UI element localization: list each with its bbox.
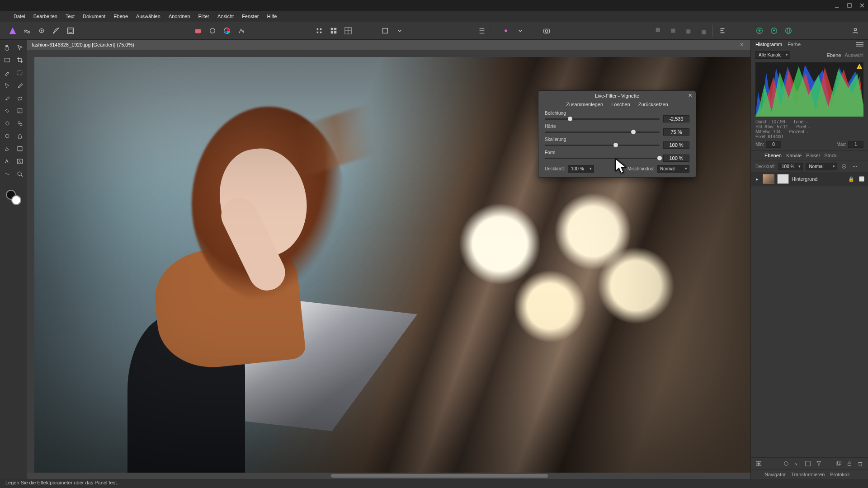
layer-blend-dropdown[interactable]: Normal [806,163,837,170]
lock-all-icon[interactable] [845,460,854,468]
tab-stock[interactable]: Stock [824,153,837,158]
snap-icon[interactable] [500,24,512,37]
sync-up-icon[interactable] [768,24,780,37]
blur-tool-icon[interactable] [15,131,25,141]
zoom-tool-icon[interactable] [15,169,25,179]
tab-close-icon[interactable]: × [740,42,743,48]
view-tool-icon[interactable] [2,55,12,65]
color-wheel-icon[interactable] [221,24,233,37]
flood-select-icon[interactable] [2,80,12,90]
tab-log[interactable]: Protokoll [830,472,849,477]
hand-tool-icon[interactable] [2,42,12,52]
document-tab[interactable]: fashion-6146328_1920.jpg [Geändert] (75.… [32,42,134,47]
persona-liquify-icon[interactable] [21,24,33,37]
delete-layer-icon[interactable] [856,460,864,468]
chevron-down-icon[interactable] [514,24,527,37]
paintbrush-icon[interactable] [2,93,12,103]
panel-menu-icon[interactable] [856,42,863,47]
menu-ebene[interactable]: Ebene [113,14,128,19]
menu-hilfe[interactable]: Hilfe [267,14,277,19]
shape-slider[interactable] [545,158,660,159]
side-tab-select[interactable]: Auswahl [844,52,863,58]
align-icon[interactable] [476,24,488,37]
ruler-horizontal[interactable] [27,50,750,57]
visibility-checkbox[interactable] [859,176,864,182]
exposure-slider[interactable] [545,118,660,120]
menu-filter[interactable]: Filter [198,14,209,19]
dialog-delete-button[interactable]: Löschen [611,102,630,107]
pen-tool-icon[interactable] [2,144,12,154]
color-swatch-icon[interactable] [6,190,21,205]
exposure-value[interactable]: -2,539 [663,115,689,122]
mask-add-icon[interactable] [804,460,812,468]
frame-text-icon[interactable]: A [15,156,25,166]
menu-datei[interactable]: Datei [14,14,25,19]
close-button-icon[interactable] [859,2,865,9]
camera-icon[interactable] [540,24,553,37]
layer-row[interactable]: ▸ Hintergrund 🔒 [751,172,868,186]
scale-value[interactable]: 100 % [663,141,689,149]
gradient-icon[interactable] [15,106,25,116]
dialog-blend-dropdown[interactable]: Normal [657,165,689,173]
menu-auswaehlen[interactable]: Auswählen [136,14,160,19]
tab-brush[interactable]: Pinsel [806,153,820,158]
sync-globe-icon[interactable] [782,24,795,37]
tab-histogram[interactable]: Histogramm [755,42,782,47]
live-filter-icon[interactable] [815,460,823,468]
adjust-icon[interactable] [782,460,790,468]
layer-opacity-dropdown[interactable]: 100 % [778,163,803,170]
clip-icon[interactable] [379,24,392,37]
healing-icon[interactable] [2,118,12,128]
ruler-vertical[interactable] [27,57,34,473]
crop-tool-icon[interactable] [15,55,25,65]
tab-transform[interactable]: Transformieren [791,472,825,477]
grid-small-icon[interactable] [313,24,326,37]
scrollbar-horizontal[interactable] [27,473,750,479]
persona-develop-icon[interactable] [35,24,48,37]
tab-color[interactable]: Farbe [788,42,801,47]
hist-min-input[interactable]: 0 [766,141,781,148]
tab-channels[interactable]: Kanäle [786,153,802,158]
scale-slider[interactable] [545,145,660,146]
fill-icon[interactable] [2,106,12,116]
menu-text[interactable]: Text [66,14,75,19]
circle-outline-icon[interactable] [206,24,219,37]
grid-med-icon[interactable] [327,24,340,37]
layer-gear-icon[interactable] [840,162,848,170]
marquee-tool-icon[interactable] [15,68,25,78]
text-tool-icon[interactable]: A [2,156,12,166]
group-icon[interactable] [835,460,843,468]
eyedropper-icon[interactable] [15,80,25,90]
fx-icon[interactable]: fx [793,460,801,468]
dodge-icon[interactable] [2,131,12,141]
menu-anordnen[interactable]: Anordnen [169,14,190,19]
persona-tone-icon[interactable] [50,24,62,37]
move-tool-icon[interactable] [15,42,25,52]
mesh-tool-icon[interactable] [2,169,12,179]
lock-icon[interactable]: 🔒 [848,176,854,182]
channel-dropdown[interactable]: Alle Kanäle [755,51,790,59]
tab-navigator[interactable]: Navigator [764,472,786,477]
account-icon[interactable] [849,24,862,37]
sync-add-icon[interactable] [753,24,766,37]
menu-fenster[interactable]: Fenster [242,14,259,19]
side-tab-layer[interactable]: Ebene [827,52,841,58]
dialog-merge-button[interactable]: Zusammenlegen [566,102,603,107]
dialog-close-icon[interactable]: ✕ [688,93,692,99]
menu-bearbeiten[interactable]: Bearbeiten [33,14,57,19]
selection-brush-icon[interactable] [2,68,12,78]
vignette-dialog[interactable]: Live-Filter - Vignette ✕ Zusammenlegen L… [538,90,696,178]
layer-expand-icon[interactable]: ▸ [755,176,760,182]
layer-mask-icon[interactable] [755,460,763,468]
arrange-icon[interactable] [716,24,729,37]
autocolor-icon[interactable] [235,24,248,37]
minimize-button-icon[interactable] [834,2,840,9]
tab-layers[interactable]: Ebenen [764,153,782,158]
layer-more-icon[interactable] [851,162,859,170]
menu-dokument[interactable]: Dokument [83,14,105,19]
hist-max-input[interactable]: 1 [848,141,863,148]
hardness-value[interactable]: 75 % [663,128,689,136]
chevron-down-icon[interactable] [393,24,406,37]
grid-large-icon[interactable] [342,24,354,37]
shape-tool-icon[interactable] [15,144,25,154]
